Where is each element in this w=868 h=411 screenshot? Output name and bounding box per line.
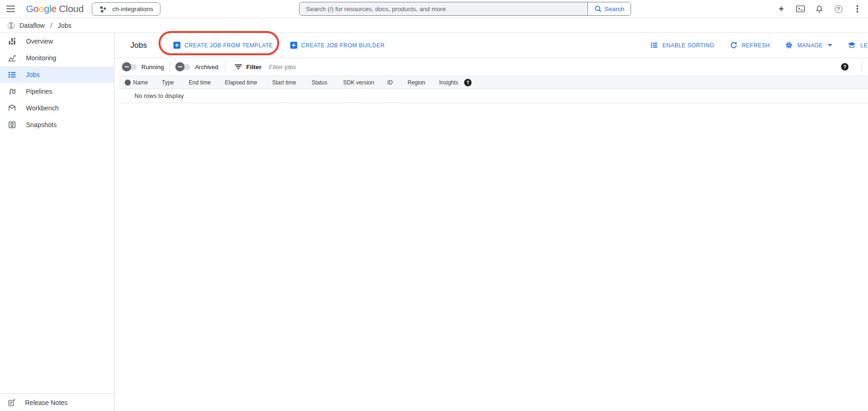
button-label: ENABLE SORTING xyxy=(662,42,714,49)
archived-toggle-label: Archived xyxy=(195,64,218,71)
sidebar-item-overview[interactable]: Overview xyxy=(0,33,114,50)
column-header-status[interactable]: Status xyxy=(312,79,327,86)
refresh-icon xyxy=(730,41,738,49)
filter-button-label: Filter xyxy=(246,64,262,71)
divider xyxy=(170,61,170,72)
button-label: CREATE JOB FROM BUILDER xyxy=(301,42,385,49)
column-header-sdk-version[interactable]: SDK version xyxy=(343,79,374,86)
column-header-name[interactable]: Name xyxy=(133,79,148,86)
toolbar-secondary-actions: ENABLE SORTING REFRESH MANAGE xyxy=(650,33,868,58)
monitoring-icon xyxy=(7,53,17,63)
workbench-icon xyxy=(7,103,17,113)
logo-letter: g xyxy=(44,3,49,14)
sidebar-item-label: Monitoring xyxy=(26,54,56,62)
column-header-type[interactable]: Type xyxy=(162,79,174,86)
empty-message-text: No rows to display xyxy=(134,92,184,99)
learn-button[interactable]: LEARN xyxy=(848,41,868,49)
notifications-bell-icon[interactable] xyxy=(814,3,825,14)
logo-letter: o xyxy=(33,3,38,14)
project-icon xyxy=(99,5,107,13)
filter-button[interactable]: Filter xyxy=(235,63,262,71)
logo-letter: o xyxy=(38,3,44,14)
sidebar-item-jobs[interactable]: Jobs xyxy=(0,66,114,83)
project-name: ch-integrations xyxy=(112,6,153,13)
archived-toggle[interactable] xyxy=(176,64,190,70)
running-toggle-label: Running xyxy=(141,64,164,71)
add-box-icon xyxy=(173,42,180,49)
more-options-icon[interactable] xyxy=(852,3,863,14)
filter-icon xyxy=(235,63,242,71)
chevron-down-icon xyxy=(828,44,832,46)
add-box-icon xyxy=(290,42,297,49)
button-label: MANAGE xyxy=(797,42,823,49)
sidebar-item-label: Overview xyxy=(26,38,53,45)
enable-sorting-button[interactable]: ENABLE SORTING xyxy=(650,41,714,49)
gemini-sparkle-icon[interactable] xyxy=(776,3,787,14)
topbar-actions xyxy=(776,0,863,18)
release-notes-icon xyxy=(7,398,16,407)
empty-table-message: No rows to display xyxy=(119,89,868,103)
sidebar-footer-label: Release Notes xyxy=(25,399,68,406)
column-header-id[interactable]: ID xyxy=(387,79,393,86)
column-header-start-time[interactable]: Start time xyxy=(272,79,296,86)
breadcrumb-product[interactable]: Dataflow xyxy=(19,22,45,29)
sidebar-item-label: Pipelines xyxy=(26,88,52,95)
sidebar-item-pipelines[interactable]: Pipelines xyxy=(0,83,114,100)
breadcrumb: Dataflow / Jobs xyxy=(0,18,868,33)
search-icon xyxy=(594,5,602,13)
sidebar-item-label: Jobs xyxy=(26,71,40,78)
column-header-end-time[interactable]: End time xyxy=(189,79,211,86)
button-label: LEARN xyxy=(860,42,868,49)
button-label: REFRESH xyxy=(742,42,770,49)
pipelines-icon xyxy=(7,87,17,96)
toggle-knob xyxy=(175,62,185,71)
column-header-insights[interactable]: Insights xyxy=(439,79,458,86)
menu-icon[interactable] xyxy=(5,3,16,14)
sidebar-item-workbench[interactable]: Workbench xyxy=(0,100,114,116)
overview-icon xyxy=(7,37,17,46)
breadcrumb-separator: / xyxy=(48,22,54,29)
top-bar: Google Cloud ch-integrations Search xyxy=(0,0,868,18)
breadcrumb-page: Jobs xyxy=(57,22,71,29)
divider xyxy=(862,61,862,73)
page-title: Jobs xyxy=(130,41,147,50)
manage-button[interactable]: MANAGE xyxy=(785,41,832,49)
help-icon[interactable] xyxy=(833,3,844,14)
filter-jobs-input[interactable] xyxy=(269,64,547,71)
column-header-elapsed-time[interactable]: Elapsed time xyxy=(225,79,257,86)
running-toggle[interactable] xyxy=(123,64,137,70)
dataflow-icon xyxy=(6,21,16,30)
create-job-from-builder-button[interactable]: CREATE JOB FROM BUILDER xyxy=(290,42,385,49)
sidebar-item-snapshots[interactable]: Snapshots xyxy=(0,116,114,133)
google-cloud-logo[interactable]: Google Cloud xyxy=(26,3,83,14)
logo-letter: G xyxy=(26,3,33,14)
refresh-button[interactable]: REFRESH xyxy=(730,41,770,49)
snapshots-icon xyxy=(7,120,17,129)
sidebar: Overview Monitoring Jobs Pipelines xyxy=(0,33,115,411)
global-search: Search xyxy=(299,2,631,16)
column-header-region[interactable]: Region xyxy=(408,79,425,86)
jobs-table-header: Name Type End time Elapsed time Start ti… xyxy=(119,76,868,89)
divider xyxy=(225,61,225,72)
search-button[interactable]: Search xyxy=(587,2,631,15)
sort-list-icon xyxy=(650,41,658,49)
jobs-toolbar: Jobs CREATE JOB FROM TEMPLATE CREATE JOB… xyxy=(115,33,868,58)
logo-cloud-text: Cloud xyxy=(59,3,83,14)
learn-school-icon xyxy=(848,41,856,49)
search-input[interactable] xyxy=(300,2,587,15)
sidebar-item-monitoring[interactable]: Monitoring xyxy=(0,50,114,66)
sidebar-item-release-notes[interactable]: Release Notes xyxy=(0,393,114,411)
create-job-from-template-button[interactable]: CREATE JOB FROM TEMPLATE xyxy=(173,42,273,49)
insights-help-icon[interactable] xyxy=(464,79,472,86)
filter-row: Running Archived Filter xyxy=(115,58,868,76)
cloud-shell-icon[interactable] xyxy=(795,3,806,14)
filter-help-icon[interactable] xyxy=(841,63,849,71)
search-button-label: Search xyxy=(605,6,625,13)
logo-letter: e xyxy=(51,3,57,14)
sidebar-item-label: Workbench xyxy=(26,104,59,112)
project-selector[interactable]: ch-integrations xyxy=(92,2,160,16)
button-label: CREATE JOB FROM TEMPLATE xyxy=(185,42,273,49)
sidebar-item-label: Snapshots xyxy=(26,121,57,128)
jobs-list-icon xyxy=(7,70,17,79)
toggle-knob xyxy=(122,62,131,71)
